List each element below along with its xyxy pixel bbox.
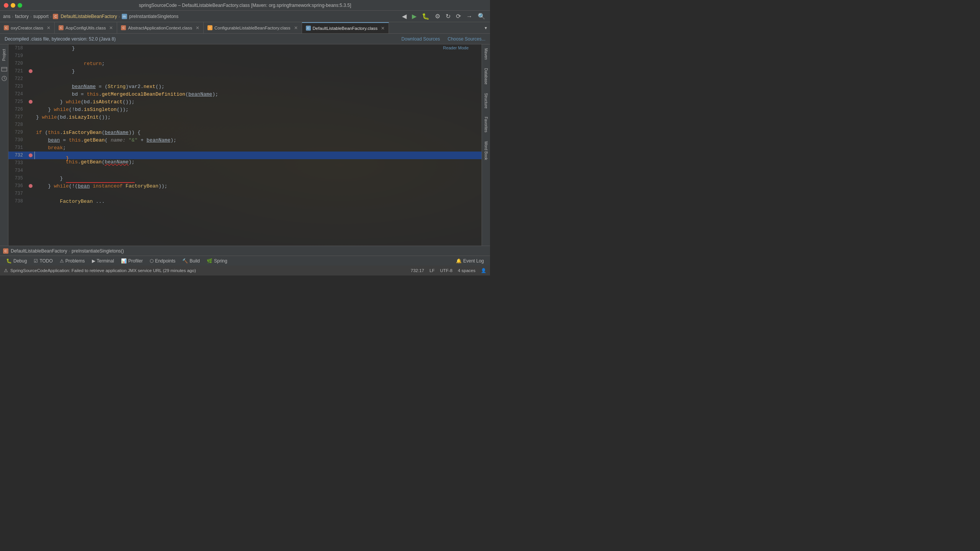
breakpoint-725[interactable]	[29, 100, 33, 104]
profiler-button[interactable]: →	[465, 12, 474, 21]
bottom-tab-todo[interactable]: ☑ TODO	[31, 258, 56, 264]
class-icon: C	[53, 14, 58, 19]
line-num-737: 737	[8, 191, 27, 196]
code-area: 718 } 719 720 return; 721	[8, 44, 482, 246]
tab-abstractapp[interactable]: C AbstractApplicationContext.class ✕	[117, 22, 203, 33]
todo-label: TODO	[39, 258, 52, 264]
tab-close-aopconfig[interactable]: ✕	[109, 25, 113, 31]
code-line-735: 735 }	[8, 174, 482, 182]
spring-icon: 🌿	[207, 258, 212, 264]
minimize-button[interactable]	[11, 3, 15, 8]
download-sources-link[interactable]: Download Sources	[402, 36, 440, 42]
tab-close-configurablelistable[interactable]: ✕	[294, 25, 298, 31]
todo-icon: ☑	[34, 258, 38, 264]
status-line-ending[interactable]: LF	[430, 268, 434, 273]
bottom-tab-debug[interactable]: 🐛 Debug	[3, 258, 30, 264]
status-message: SpringSourceCodeApplication: Failed to r…	[10, 268, 196, 273]
tab-icon-oxycreator: C	[4, 25, 9, 30]
line-num-726: 726	[8, 107, 27, 112]
svg-line-4	[4, 78, 5, 79]
breadcrumb-item-method[interactable]: preInstantiateSingletons	[129, 14, 179, 19]
line-num-738: 738	[8, 199, 27, 204]
tab-aopconfig[interactable]: C AopConfigUtils.class ✕	[55, 22, 117, 33]
bottom-tab-eventlog[interactable]: 🔔 Event Log	[453, 258, 487, 264]
refresh-button[interactable]: ↻	[444, 12, 452, 21]
sidebar-tab-maven[interactable]: Maven	[483, 44, 489, 64]
tab-label-oxycreator: oxyCreator.class	[11, 26, 43, 30]
sidebar-tab-favorites[interactable]: Favorites	[483, 113, 489, 136]
bottom-tab-problems[interactable]: ⚠ Problems	[57, 258, 88, 264]
title-bar: springSourceCode – DefaultListableBeanFa…	[0, 0, 490, 11]
sidebar-icon-2[interactable]	[1, 75, 7, 82]
bottom-tab-terminal[interactable]: ▶ Terminal	[89, 258, 117, 264]
line-num-722: 722	[8, 76, 27, 82]
code-line-729: 729 if (this.isFactoryBean(beanName)) {	[8, 129, 482, 136]
breadcrumb-item-class[interactable]: DefaultListableBeanFactory	[60, 14, 117, 19]
tab-oxycreator[interactable]: C oxyCreator.class ✕	[0, 22, 55, 33]
status-right: 732:17 LF UTF-8 4 spaces 👤	[411, 268, 486, 273]
breadcrumb-item-factory[interactable]: factory	[15, 14, 29, 19]
breakpoint-732[interactable]	[29, 153, 33, 157]
spring-label: Spring	[214, 258, 227, 264]
eventlog-icon: 🔔	[456, 258, 462, 264]
tab-close-abstractapp[interactable]: ✕	[196, 25, 199, 31]
code-735: }	[34, 176, 482, 181]
code-editor[interactable]: Reader Mode 718 } 719 720 return	[8, 44, 482, 246]
breadcrumb-item-support[interactable]: support	[33, 14, 49, 19]
bottom-tab-profiler[interactable]: 📊 Profiler	[118, 258, 146, 264]
status-position[interactable]: 732:17	[411, 268, 424, 273]
sidebar-tab-structure[interactable]: Structure	[483, 89, 489, 112]
run-button[interactable]: ▶	[410, 12, 418, 21]
status-encoding[interactable]: UTF-8	[440, 268, 452, 273]
gutter-721	[27, 69, 34, 73]
sidebar-tab-project[interactable]: Project	[1, 46, 7, 64]
code-line-718: 718 }	[8, 44, 482, 52]
bottom-tab-build[interactable]: 🔨 Build	[179, 258, 203, 264]
line-num-721: 721	[8, 68, 27, 74]
sidebar-icon-1[interactable]	[1, 66, 7, 72]
bottom-tabs: 🐛 Debug ☑ TODO ⚠ Problems ▶ Terminal 📊 P…	[0, 256, 490, 266]
tab-close-oxycreator[interactable]: ✕	[47, 25, 51, 31]
bottom-tab-endpoints[interactable]: ⬡ Endpoints	[147, 258, 178, 264]
code-724: bd = this.getMergedLocalBeanDefinition(b…	[34, 91, 482, 97]
choose-sources-link[interactable]: Choose Sources...	[448, 36, 485, 42]
bottom-method-label: preInstantiateSingletons()	[72, 248, 124, 254]
code-line-723: 723 beanName = (String)var2.next();	[8, 83, 482, 90]
build-button[interactable]: ⚙	[433, 12, 442, 21]
tab-close-defaultlistable[interactable]: ✕	[381, 26, 385, 31]
debug-label: Debug	[13, 258, 27, 264]
maximize-button[interactable]	[18, 3, 22, 8]
line-num-720: 720	[8, 61, 27, 66]
bottom-class-label: DefaultListableBeanFactory	[11, 248, 67, 254]
bottom-tab-spring[interactable]: 🌿 Spring	[204, 258, 230, 264]
code-line-724: 724 bd = this.getMergedLocalBeanDefiniti…	[8, 90, 482, 98]
problems-label: Problems	[65, 258, 85, 264]
breakpoint-736[interactable]	[29, 184, 33, 188]
line-num-723: 723	[8, 84, 27, 89]
code-line-721: 721 }	[8, 67, 482, 75]
code-line-726: 726 } while(!bd.isSingleton());	[8, 106, 482, 113]
code-730: bean = this.getBean( name: "&" + beanNam…	[34, 137, 482, 143]
tab-defaultlistable[interactable]: C DefaultListableBeanFactory.class ✕	[302, 22, 389, 33]
code-line-725: 725 } while(bd.isAbstract());	[8, 98, 482, 106]
window-title: springSourceCode – DefaultListableBeanFa…	[139, 3, 351, 8]
code-721: }	[34, 68, 482, 74]
search-button[interactable]: 🔍	[476, 12, 487, 21]
gutter-732	[27, 153, 34, 157]
close-button[interactable]	[4, 3, 8, 8]
endpoints-label: Endpoints	[155, 258, 175, 264]
tab-expand-button[interactable]: ▾	[482, 22, 490, 33]
tab-label-abstractapp: AbstractApplicationContext.class	[128, 26, 192, 30]
breakpoint-721[interactable]	[29, 69, 33, 73]
code-725: } while(bd.isAbstract());	[34, 99, 482, 105]
tab-configurablelistable[interactable]: I ConfigurableListableBeanFactory.class …	[204, 22, 302, 33]
status-indent[interactable]: 4 spaces	[458, 268, 475, 273]
sidebar-tab-wordbook[interactable]: Word Book	[483, 137, 489, 164]
breadcrumb-item-ans[interactable]: ans	[3, 14, 10, 19]
debug-button[interactable]: 🐛	[420, 12, 431, 21]
info-links: Download Sources Choose Sources...	[402, 36, 485, 42]
code-line-737: 737	[8, 190, 482, 197]
coverage-button[interactable]: ⟳	[454, 12, 462, 21]
sidebar-tab-database[interactable]: Database	[483, 64, 489, 88]
navigate-back-button[interactable]: ◀	[400, 12, 408, 21]
